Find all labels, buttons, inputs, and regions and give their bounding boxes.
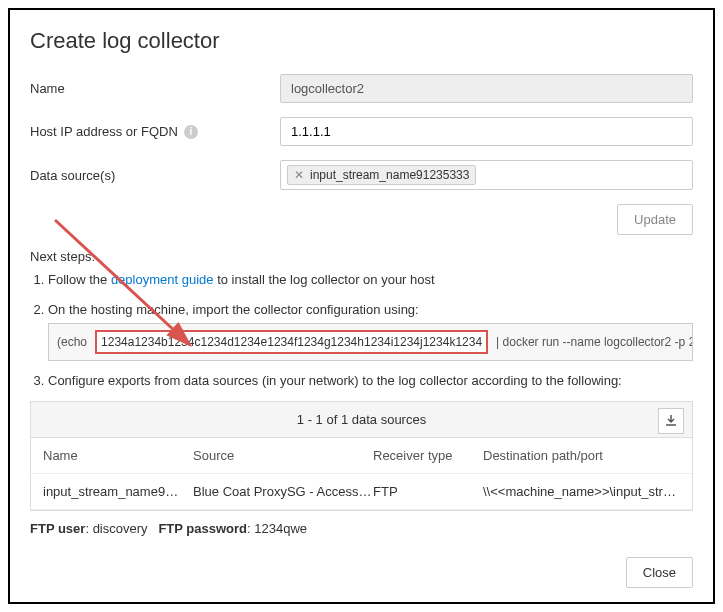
ftp-user-value: discovery [93,521,148,536]
data-sources-header: 1 - 1 of 1 data sources [31,402,692,438]
code-pre: (echo [57,333,87,351]
host-label: Host IP address or FQDN i [30,124,280,139]
download-icon [665,415,677,427]
col-source: Source [193,448,373,463]
cell-name: input_stream_name9… [43,484,193,499]
step-3: Configure exports from data sources (in … [48,371,693,391]
name-field: logcollector2 [280,74,693,103]
dialog-title: Create log collector [30,28,693,54]
ftp-user-label: FTP user [30,521,85,536]
step1-pre: Follow the [48,272,111,287]
table-row[interactable]: input_stream_name9… Blue Coat ProxySG - … [31,474,692,510]
code-post: | docker run --name logcollector2 -p 21:… [496,333,693,351]
col-name: Name [43,448,193,463]
remove-tag-icon[interactable]: ✕ [294,168,304,182]
step-2: On the hosting machine, import the colle… [48,300,693,362]
data-sources-count: 1 - 1 of 1 data sources [297,412,426,427]
step1-post: to install the log collector on your hos… [214,272,435,287]
cell-receiver: FTP [373,484,483,499]
credentials: FTP user: discovery FTP password: 1234qw… [30,521,693,536]
sources-label: Data source(s) [30,168,280,183]
command-box[interactable]: (echo 1234a1234b1234c1234d1234e1234f1234… [48,323,693,361]
ftp-pass-value: 1234qwe [254,521,307,536]
step-1: Follow the deployment guide to install t… [48,270,693,290]
data-sources-table: 1 - 1 of 1 data sources Name Source Rece… [30,401,693,511]
ftp-pass-label: FTP password [158,521,247,536]
col-receiver: Receiver type [373,448,483,463]
auth-token: 1234a1234b1234c1234d1234e1234f1234g1234h… [95,330,488,354]
download-button[interactable] [658,408,684,434]
next-steps-heading: Next steps: [30,249,693,264]
source-tag-label: input_stream_name91235333 [310,168,469,182]
info-icon[interactable]: i [184,125,198,139]
close-button[interactable]: Close [626,557,693,588]
deployment-guide-link[interactable]: deployment guide [111,272,214,287]
update-button[interactable]: Update [617,204,693,235]
host-label-text: Host IP address or FQDN [30,124,178,139]
sources-tagbox[interactable]: ✕ input_stream_name91235333 [280,160,693,190]
host-input[interactable] [280,117,693,146]
cell-source: Blue Coat ProxySG - Access l… [193,484,373,499]
cell-destination: \\<<machine_name>>\input_stre… [483,484,680,499]
table-header-row: Name Source Receiver type Destination pa… [31,438,692,474]
step2-text: On the hosting machine, import the colle… [48,302,419,317]
col-destination: Destination path/port [483,448,680,463]
source-tag[interactable]: ✕ input_stream_name91235333 [287,165,476,185]
name-label: Name [30,81,280,96]
